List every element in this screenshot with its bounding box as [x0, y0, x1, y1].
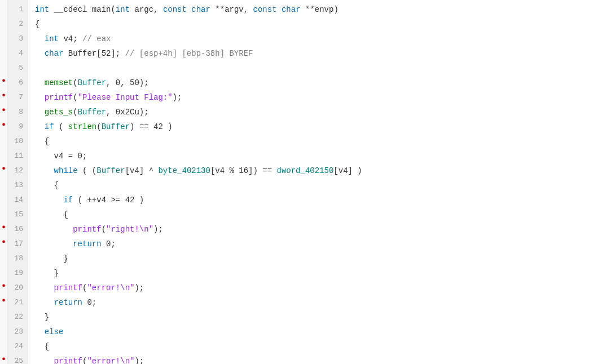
- ln-16: 16: [10, 222, 23, 237]
- marker-11: [0, 147, 7, 161]
- code-line-10: {: [35, 134, 589, 149]
- code-line-11: v4 = 0;: [35, 149, 589, 163]
- marker-24: [0, 337, 7, 352]
- ln-12: 12: [10, 163, 23, 178]
- code-line-22: }: [35, 310, 589, 325]
- ln-7: 7: [10, 90, 23, 105]
- code-line-24: {: [35, 339, 589, 354]
- marker-20: ●: [0, 278, 7, 293]
- marker-21: ●: [0, 293, 7, 308]
- ln-17: 17: [10, 237, 23, 251]
- code-line-19: }: [35, 266, 589, 281]
- ln-8: 8: [10, 105, 23, 119]
- code-line-14: if ( ++v4 >= 42 ): [35, 193, 589, 207]
- code-line-20: printf("error!\n");: [35, 281, 589, 295]
- code-line-3: int v4; // eax: [35, 32, 589, 46]
- marker-23: [0, 322, 7, 337]
- marker-15: [0, 205, 7, 220]
- marker-18: [0, 249, 7, 264]
- code-line-1: int __cdecl main(int argc, const char **…: [35, 2, 589, 17]
- marker-5: [0, 59, 7, 73]
- ln-21: 21: [10, 295, 23, 310]
- code-line-8: gets_s(Buffer, 0x2Cu);: [35, 105, 589, 119]
- marker-12: ●: [0, 161, 7, 176]
- code-line-18: }: [35, 251, 589, 266]
- code-line-15: {: [35, 207, 589, 222]
- ln-20: 20: [10, 281, 23, 295]
- ln-25: 25: [10, 354, 23, 364]
- code-content[interactable]: int __cdecl main(int argc, const char **…: [28, 0, 589, 364]
- ln-1: 1: [10, 2, 23, 17]
- ln-9: 9: [10, 119, 23, 134]
- ln-18: 18: [10, 251, 23, 266]
- breakpoint-markers: ● ● ● ● ● ● ● ● ● ● ●: [0, 0, 8, 364]
- code-line-25: printf("error!\n");: [35, 354, 589, 364]
- code-line-5: [35, 61, 589, 76]
- ln-6: 6: [10, 76, 23, 90]
- ln-23: 23: [10, 325, 23, 339]
- marker-22: [0, 308, 7, 322]
- ln-10: 10: [10, 134, 23, 149]
- marker-13: [0, 176, 7, 190]
- code-line-2: {: [35, 17, 589, 32]
- marker-14: [0, 190, 7, 205]
- ln-4: 4: [10, 46, 23, 61]
- code-line-23: else: [35, 325, 589, 339]
- marker-2: [0, 15, 7, 29]
- code-line-17: return 0;: [35, 237, 589, 251]
- ln-5: 5: [10, 61, 23, 76]
- marker-19: [0, 264, 7, 278]
- marker-16: ●: [0, 220, 7, 234]
- ln-19: 19: [10, 266, 23, 281]
- code-line-9: if ( strlen(Buffer) == 42 ): [35, 119, 589, 134]
- ln-22: 22: [10, 310, 23, 325]
- code-line-12: while ( (Buffer[v4] ^ byte_402130[v4 % 1…: [35, 163, 589, 178]
- ln-15: 15: [10, 207, 23, 222]
- code-line-13: {: [35, 178, 589, 193]
- marker-1: [0, 0, 7, 15]
- marker-4: [0, 44, 7, 59]
- code-editor: ● ● ● ● ● ● ● ● ● ● ● 1 2 3 4 5 6 7 8 9: [0, 0, 589, 364]
- marker-8: ●: [0, 103, 7, 117]
- code-line-21: return 0;: [35, 295, 589, 310]
- ln-13: 13: [10, 178, 23, 193]
- marker-10: [0, 132, 7, 147]
- code-line-6: memset(Buffer, 0, 50);: [35, 76, 589, 90]
- ln-24: 24: [10, 339, 23, 354]
- marker-17: ●: [0, 234, 7, 249]
- marker-25: ●: [0, 352, 7, 364]
- marker-7: ●: [0, 88, 7, 103]
- code-line-16: printf("right!\n");: [35, 222, 589, 237]
- code-line-4: char Buffer[52]; // [esp+4h] [ebp-38h] B…: [35, 46, 589, 61]
- marker-3: [0, 29, 7, 44]
- line-numbers: 1 2 3 4 5 6 7 8 9 10 11 12 13 14 15 16 1…: [8, 0, 28, 364]
- marker-6: ●: [0, 73, 7, 88]
- ln-3: 3: [10, 32, 23, 46]
- code-line-7: printf("Please Input Flag:");: [35, 90, 589, 105]
- ln-2: 2: [10, 17, 23, 32]
- ln-14: 14: [10, 193, 23, 207]
- ln-11: 11: [10, 149, 23, 163]
- marker-9: ●: [0, 117, 7, 132]
